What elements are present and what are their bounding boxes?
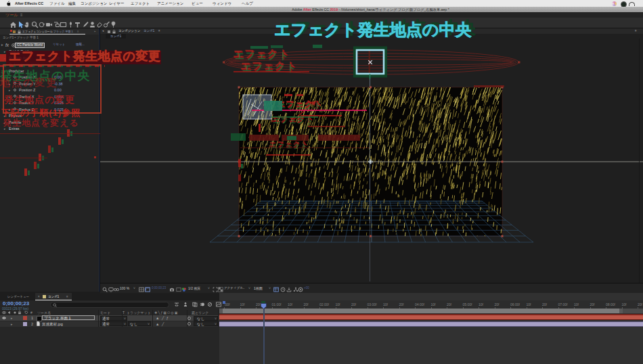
trkmat-header[interactable]: トラックマット	[127, 310, 151, 315]
puppet-pin-tool[interactable]	[110, 19, 117, 26]
twirl-icon[interactable]: ▸	[4, 120, 5, 126]
brush-tool[interactable]	[81, 19, 89, 26]
selection-tool[interactable]	[17, 19, 24, 26]
fx-param-value[interactable]: -0.38	[54, 81, 63, 87]
shy-button[interactable]	[183, 302, 188, 307]
window-titlebar[interactable]: Adobe After Effects CC 2019 - /Volumes/s…	[0, 7, 643, 12]
menu-item-2[interactable]: 編集	[68, 0, 76, 7]
camera-caret-icon[interactable]: ˅	[248, 283, 250, 293]
layer-mode-caret[interactable]: ˅	[124, 322, 126, 326]
layer-pickwhip-icon[interactable]	[187, 322, 191, 325]
zoom-level-select[interactable]: 100 %	[120, 283, 129, 293]
effect-reset-button[interactable]: リセット	[53, 43, 65, 46]
stopwatch-icon[interactable]	[9, 63, 12, 66]
mode-header[interactable]: モード	[100, 310, 110, 315]
fast-previews-button[interactable]	[298, 286, 303, 292]
channels-button[interactable]	[181, 286, 187, 292]
camera-tool[interactable]	[45, 19, 53, 26]
label-header-icon[interactable]	[24, 311, 28, 315]
eye-header-icon[interactable]	[2, 311, 6, 315]
twirl-icon[interactable]: ▸	[9, 81, 10, 87]
layer-name-box[interactable]: ブラック 平面 1	[42, 315, 95, 321]
fx-param-value[interactable]: 2.0	[54, 55, 60, 62]
apple-logo-icon[interactable]	[5, 1, 11, 6]
timeline-search-field[interactable]	[50, 302, 169, 308]
lock-icon[interactable]	[18, 30, 20, 33]
home-tool[interactable]	[9, 19, 17, 26]
effect-twirl-icon[interactable]: ▸	[1, 43, 3, 47]
frame-blend-button[interactable]	[192, 302, 198, 307]
layout-caret-icon[interactable]: ˅	[269, 283, 271, 293]
navigator-start-handle[interactable]	[223, 301, 225, 304]
layer-mode-select[interactable]: 通常˅	[100, 321, 127, 326]
comp-panel-overflow-icon[interactable]: ≡	[635, 28, 637, 34]
layer-mode-select[interactable]: 通常˅	[100, 316, 127, 321]
twirl-icon[interactable]: ▸	[9, 107, 10, 113]
stopwatch-icon[interactable]	[9, 56, 12, 59]
twirl-icon[interactable]: ▸	[9, 87, 10, 93]
composition-viewer[interactable]	[100, 39, 643, 283]
layer-parent-caret[interactable]: ˅	[215, 322, 217, 326]
motion-blur-button[interactable]	[200, 302, 205, 307]
stopwatch-icon[interactable]	[14, 82, 16, 85]
roi-button[interactable]	[213, 286, 218, 292]
twirl-icon[interactable]: ▸	[4, 49, 5, 55]
menu-item-4[interactable]: レイヤー	[109, 0, 124, 7]
wifi-icon[interactable]	[629, 2, 635, 6]
snapshot-button[interactable]	[169, 286, 175, 292]
resolution-select[interactable]: 1/2 画質	[188, 283, 200, 293]
orbit-tool[interactable]	[38, 19, 45, 26]
layer2-duration-bar[interactable]	[219, 321, 643, 327]
panel-overflow-icon[interactable]: »	[94, 28, 95, 35]
viewer-timecode[interactable]: 0;00;00;23	[152, 283, 166, 293]
composition-tab-title[interactable]: コンポジション	[118, 28, 140, 34]
layer-switches[interactable]: ▲ ╱ ƒ	[156, 315, 169, 321]
effect-name-box[interactable]: CC Particle World	[15, 43, 45, 48]
fx-param-value[interactable]: 0.025	[54, 107, 64, 113]
clone-stamp-tool[interactable]	[89, 19, 96, 26]
workarea-start-cap[interactable]	[219, 309, 223, 313]
layer-parent-select[interactable]: なし˅	[194, 321, 218, 326]
mask-shape-tool[interactable]	[60, 19, 67, 26]
audio-header-icon[interactable]	[7, 311, 12, 315]
show-snapshot-button[interactable]	[176, 286, 181, 292]
effect-about-button[interactable]: 情報...	[76, 43, 85, 46]
tab-close-icon[interactable]: ×	[38, 293, 40, 300]
zoom-tool[interactable]	[31, 19, 39, 26]
export-frame-button[interactable]	[286, 286, 292, 292]
graph-editor-button[interactable]	[216, 302, 221, 307]
comp-view-tab[interactable]: コンポ1	[106, 34, 126, 39]
stopwatch-icon[interactable]	[14, 108, 16, 110]
safe-frames-button[interactable]	[139, 286, 144, 292]
guides-button[interactable]	[273, 286, 279, 292]
t-header[interactable]: T	[123, 310, 125, 315]
solo-header-icon[interactable]	[13, 311, 17, 315]
panel-nav-icon[interactable]: ◂	[102, 28, 104, 34]
brainstorm-button[interactable]	[207, 302, 213, 307]
fx-param-value[interactable]: 0.00	[54, 74, 62, 81]
monitor-button[interactable]	[108, 286, 114, 292]
resolution-caret-icon[interactable]: ˅	[208, 283, 210, 293]
menu-item-1[interactable]: ファイル	[49, 0, 65, 7]
tab-menu-icon[interactable]: ≡	[66, 293, 68, 300]
glasses-button[interactable]	[114, 286, 119, 292]
stopwatch-icon[interactable]	[14, 89, 16, 91]
zoom-caret-icon[interactable]: ˅	[133, 283, 135, 293]
magnifier-button[interactable]	[102, 286, 108, 292]
preview-time-button[interactable]	[280, 286, 286, 292]
stopwatch-icon[interactable]	[14, 95, 16, 97]
transparency-grid-button[interactable]	[218, 286, 223, 292]
fx-param-value[interactable]: 0.025	[54, 100, 64, 106]
twirl-icon[interactable]: ▾	[4, 68, 5, 74]
rulers-button[interactable]	[145, 286, 150, 292]
render-queue-tab[interactable]: レンダーキュー	[7, 293, 29, 300]
menu-item-6[interactable]: アニメーション	[157, 0, 183, 7]
pen-tool[interactable]	[67, 19, 74, 26]
menu-item-0[interactable]: After Effects CC	[15, 0, 43, 7]
layer1-duration-bar[interactable]	[219, 314, 643, 320]
twirl-icon[interactable]: ▸	[9, 100, 10, 106]
twirl-icon[interactable]: ▸	[4, 126, 5, 132]
roto-brush-tool[interactable]	[103, 19, 110, 26]
view-layout-select[interactable]: 1画面	[254, 283, 263, 293]
tools-panel-menu-icon[interactable]: ≡	[20, 12, 23, 18]
